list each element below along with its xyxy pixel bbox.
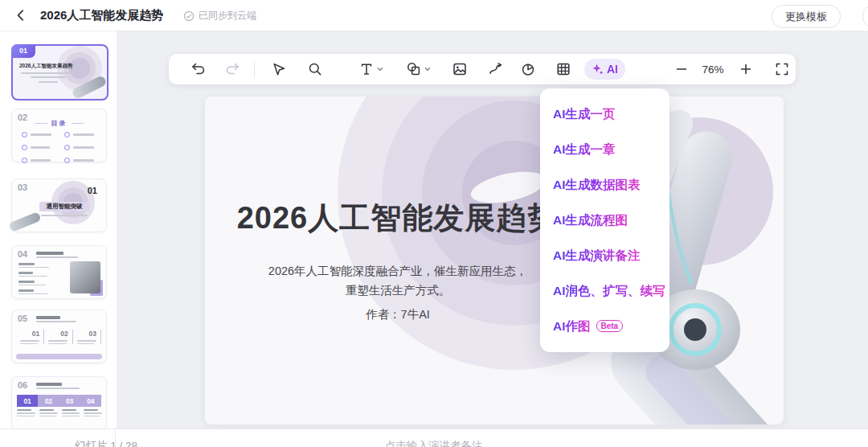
chevron-left-icon xyxy=(13,7,29,23)
thumb4-title-lines xyxy=(36,252,78,258)
thumb-text-line xyxy=(31,76,66,78)
menu-item-ai-generate-page[interactable]: AI生成一页 xyxy=(540,96,669,132)
thumbnail-slide-3[interactable]: 03 01 通用智能突破 xyxy=(11,178,107,232)
check-circle-icon xyxy=(183,10,194,22)
minus-icon xyxy=(674,61,690,77)
shapes-icon xyxy=(406,61,422,77)
undo-icon xyxy=(190,61,207,77)
text-icon xyxy=(358,61,375,77)
thumb3-robot-arm xyxy=(8,211,42,232)
slide-counter: 幻灯片 1 / 28 xyxy=(75,439,137,447)
slide-title-text[interactable]: 2026人工智能发展趋势 xyxy=(233,198,563,239)
search-icon xyxy=(307,61,323,77)
menu-item-ai-draw[interactable]: AI作图Beta xyxy=(540,309,669,344)
thumb3-big-number: 01 xyxy=(88,186,97,195)
thumb2-toc-items xyxy=(22,132,100,163)
sync-status: 已同步到云端 xyxy=(183,9,256,23)
chevron-down-icon xyxy=(376,65,384,73)
redo-icon xyxy=(224,61,240,77)
image-tool-button[interactable] xyxy=(452,61,468,77)
menu-item-ai-generate-chapter[interactable]: AI生成一章 xyxy=(540,132,669,167)
fullscreen-icon xyxy=(774,61,790,77)
menu-item-ai-generate-notes[interactable]: AI生成演讲备注 xyxy=(540,238,669,273)
slide-number: 06 xyxy=(18,380,27,390)
editor-canvas[interactable]: 2026人工智能发展趋势 2026年人工智能深度融合产业，催生新应用生态， 重塑… xyxy=(117,31,868,429)
thumb6-title-lines xyxy=(36,383,80,389)
ai-button-label: AI xyxy=(607,63,618,76)
menu-item-ai-generate-flowchart[interactable]: AI生成流程图 xyxy=(540,203,669,238)
change-template-button[interactable]: 更换模板 xyxy=(772,5,841,28)
zoom-out-button[interactable] xyxy=(674,61,690,77)
sparkle-icon xyxy=(592,63,604,76)
image-icon xyxy=(452,61,468,77)
app-window: 2026人工智能发展趋势 已同步到云端 更换模板 01 2026人工智能发展趋势 xyxy=(0,0,868,447)
redo-button[interactable] xyxy=(224,61,240,77)
current-slide[interactable]: 2026人工智能发展趋势 2026年人工智能深度融合产业，催生新应用生态， 重塑… xyxy=(205,96,784,424)
thumb6-step-strip: 01 02 03 04 xyxy=(17,395,101,407)
slide-thumbnail-panel: 01 2026人工智能发展趋势 02 目录 xyxy=(0,31,117,429)
editor-toolbar: AI 76% xyxy=(169,54,796,84)
pie-chart-icon xyxy=(520,61,536,77)
slide-author-text[interactable]: 作者：7牛AI xyxy=(233,307,563,322)
speaker-notes-input[interactable]: 点击输入演讲者备注 xyxy=(385,439,483,447)
thumb5-columns: 01 02 03 xyxy=(20,330,101,344)
thumbnail-slide-1[interactable]: 01 2026人工智能发展趋势 xyxy=(11,44,108,100)
table-icon xyxy=(555,61,571,77)
thumbnail-slide-5[interactable]: 05 01 02 03 xyxy=(11,310,107,363)
thumb-text-line xyxy=(21,72,76,74)
subtitle-line-1: 2026年人工智能深度融合产业，催生新应用生态， xyxy=(233,261,563,281)
select-tool-button[interactable] xyxy=(271,61,287,77)
thumb1-title: 2026人工智能发展趋势 xyxy=(19,63,72,70)
thumb5-title-lines xyxy=(36,316,76,322)
beta-badge: Beta xyxy=(596,320,624,332)
table-tool-button[interactable] xyxy=(555,61,571,77)
undo-button[interactable] xyxy=(190,61,207,77)
thumbnail-slide-4[interactable]: 04 xyxy=(11,245,107,299)
connector-icon xyxy=(488,61,504,77)
thumb6-text-columns xyxy=(17,409,101,416)
thumb-text-line xyxy=(39,81,58,83)
top-bar: 2026人工智能发展趋势 已同步到云端 更换模板 xyxy=(0,0,868,31)
ai-menu-button[interactable]: AI xyxy=(584,59,625,80)
slide-number: 03 xyxy=(18,182,27,192)
slide-number: 04 xyxy=(18,249,27,259)
thumb-text-line xyxy=(41,215,88,216)
pointer-icon xyxy=(271,61,287,77)
slide-subtitle-text[interactable]: 2026年人工智能深度融合产业，催生新应用生态， 重塑生活生产方式。 xyxy=(233,261,563,300)
zoom-level-value[interactable]: 76% xyxy=(698,64,728,76)
thumb2-header: 目录 xyxy=(12,119,106,128)
text-tool-button[interactable] xyxy=(358,61,384,77)
thumb3-title: 通用智能突破 xyxy=(39,202,89,211)
chart-tool-button[interactable] xyxy=(520,61,536,77)
shape-tool-button[interactable] xyxy=(406,61,433,77)
ai-dropdown-menu: AI生成一页 AI生成一章 AI生成数据图表 AI生成流程图 AI生成演讲备注 … xyxy=(540,88,669,352)
robot-arm-illustration xyxy=(205,96,784,424)
zoom-in-button[interactable] xyxy=(738,61,754,77)
thumb4-bullets xyxy=(18,263,49,298)
plus-icon xyxy=(738,61,754,77)
thumbnail-slide-6[interactable]: 06 01 02 03 04 xyxy=(11,376,107,429)
toolbar-divider xyxy=(254,61,255,77)
thumb4-image xyxy=(70,261,100,293)
menu-item-ai-generate-chart[interactable]: AI生成数据图表 xyxy=(540,167,669,203)
thumbnail-slide-2[interactable]: 02 目录 xyxy=(11,109,107,162)
thumb2-title: 目录 xyxy=(51,119,68,128)
slide-number: 05 xyxy=(18,314,27,323)
menu-item-ai-polish-expand[interactable]: AI润色、扩写、续写 xyxy=(540,273,669,309)
status-bar: 幻灯片 1 / 28 点击输入演讲者备注 xyxy=(0,429,868,447)
document-title: 2026人工智能发展趋势 xyxy=(40,8,163,23)
fullscreen-button[interactable] xyxy=(774,61,790,77)
sync-status-label: 已同步到云端 xyxy=(199,9,256,23)
connector-tool-button[interactable] xyxy=(488,61,504,77)
subtitle-line-2: 重塑生活生产方式。 xyxy=(233,281,563,300)
chevron-down-icon xyxy=(424,65,432,73)
thumb5-bottom-bar xyxy=(16,354,102,359)
cut-off-button[interactable] xyxy=(862,5,868,28)
back-button[interactable] xyxy=(13,7,29,23)
search-button[interactable] xyxy=(307,61,323,77)
slide-number-badge: 01 xyxy=(11,44,35,58)
